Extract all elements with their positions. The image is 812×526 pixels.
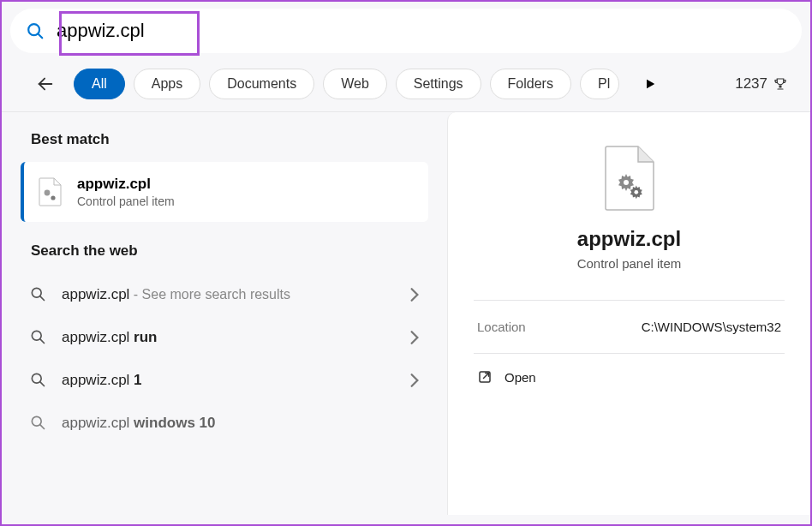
search-icon bbox=[29, 371, 48, 390]
tab-all[interactable]: All bbox=[74, 69, 125, 99]
svg-point-4 bbox=[45, 190, 51, 196]
svg-line-11 bbox=[40, 382, 45, 386]
tab-apps[interactable]: Apps bbox=[134, 69, 200, 99]
chevron-right-icon bbox=[409, 330, 420, 345]
search-icon bbox=[29, 285, 48, 304]
best-match-header: Best match bbox=[2, 131, 447, 157]
detail-location-row: Location C:\WINDOWS\system32 bbox=[474, 301, 785, 353]
web-result[interactable]: appwiz.cpl windows 10 bbox=[21, 402, 428, 436]
scroll-tabs-right[interactable] bbox=[636, 70, 664, 98]
back-button[interactable] bbox=[31, 69, 60, 99]
search-bar bbox=[10, 9, 802, 53]
tab-label: Web bbox=[341, 76, 369, 92]
location-value: C:\WINDOWS\system32 bbox=[642, 320, 781, 334]
result-title: appwiz.cpl bbox=[77, 176, 175, 193]
tab-folders[interactable]: Folders bbox=[490, 69, 571, 99]
svg-point-14 bbox=[624, 180, 629, 185]
open-external-icon bbox=[477, 369, 493, 385]
svg-point-5 bbox=[51, 195, 55, 200]
web-result-label: appwiz.cpl run bbox=[62, 329, 409, 346]
tab-label: Settings bbox=[414, 76, 463, 92]
svg-line-1 bbox=[39, 34, 43, 39]
tab-label: Pl bbox=[598, 76, 610, 92]
results-panel: Best match appwiz.cpl Control panel item… bbox=[2, 112, 447, 515]
chevron-right-icon bbox=[409, 373, 420, 388]
tab-more-truncated[interactable]: Pl bbox=[580, 69, 619, 99]
location-label: Location bbox=[477, 320, 526, 334]
search-icon bbox=[26, 21, 45, 40]
detail-title: appwiz.cpl bbox=[577, 227, 681, 251]
control-panel-file-icon bbox=[602, 145, 657, 212]
control-panel-file-icon bbox=[36, 177, 65, 206]
svg-point-15 bbox=[634, 190, 638, 194]
tab-label: All bbox=[92, 76, 107, 92]
svg-line-13 bbox=[40, 425, 45, 429]
web-result-label: appwiz.cpl - See more search results bbox=[62, 286, 409, 303]
svg-marker-3 bbox=[647, 80, 654, 89]
tab-documents[interactable]: Documents bbox=[209, 69, 314, 99]
result-subtitle: Control panel item bbox=[77, 194, 175, 208]
search-input[interactable] bbox=[57, 20, 313, 42]
tab-label: Documents bbox=[227, 76, 296, 92]
search-icon bbox=[29, 328, 48, 347]
open-label: Open bbox=[505, 370, 536, 385]
search-web-header: Search the web bbox=[2, 242, 447, 268]
tab-settings[interactable]: Settings bbox=[396, 69, 481, 99]
filter-tabs-row: All Apps Documents Web Settings Folders … bbox=[2, 53, 810, 112]
web-result-label: appwiz.cpl 1 bbox=[62, 372, 409, 389]
trophy-icon bbox=[773, 76, 788, 92]
web-result[interactable]: appwiz.cpl - See more search results bbox=[21, 273, 428, 316]
rewards-points[interactable]: 1237 bbox=[735, 75, 802, 93]
detail-subtitle: Control panel item bbox=[577, 256, 682, 271]
points-count: 1237 bbox=[735, 75, 767, 93]
web-result[interactable]: appwiz.cpl run bbox=[21, 316, 428, 359]
search-icon bbox=[29, 414, 48, 433]
svg-line-7 bbox=[40, 296, 45, 301]
best-match-result[interactable]: appwiz.cpl Control panel item bbox=[21, 162, 428, 222]
tab-web[interactable]: Web bbox=[323, 69, 387, 99]
tab-label: Folders bbox=[508, 76, 553, 92]
chevron-right-icon bbox=[409, 287, 420, 302]
tab-label: Apps bbox=[152, 76, 182, 92]
web-result[interactable]: appwiz.cpl 1 bbox=[21, 359, 428, 402]
web-result-label: appwiz.cpl windows 10 bbox=[62, 415, 420, 432]
open-action[interactable]: Open bbox=[474, 354, 785, 400]
detail-panel: appwiz.cpl Control panel item Location C… bbox=[447, 112, 810, 515]
svg-line-9 bbox=[40, 339, 45, 344]
